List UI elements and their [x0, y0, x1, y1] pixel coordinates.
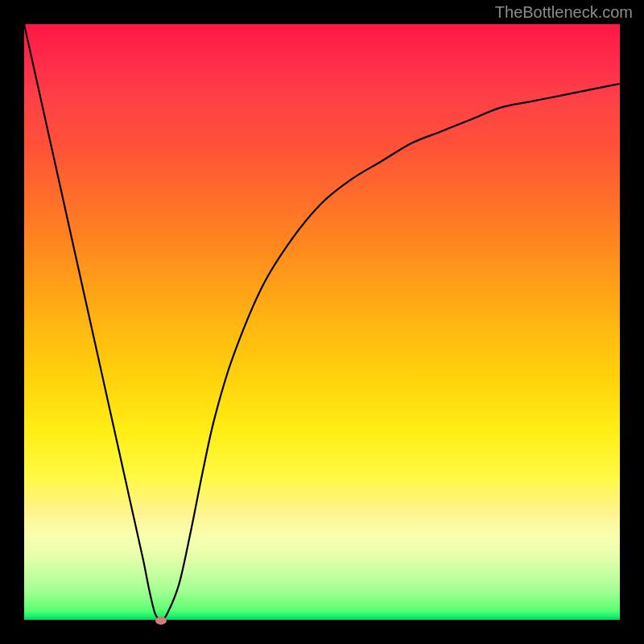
curve-svg — [24, 24, 620, 620]
watermark: TheBottleneck.com — [495, 3, 633, 22]
bottleneck-curve — [24, 24, 620, 620]
minimum-marker — [155, 617, 167, 625]
plot-area — [24, 24, 620, 620]
chart-frame: TheBottleneck.com — [0, 0, 644, 644]
